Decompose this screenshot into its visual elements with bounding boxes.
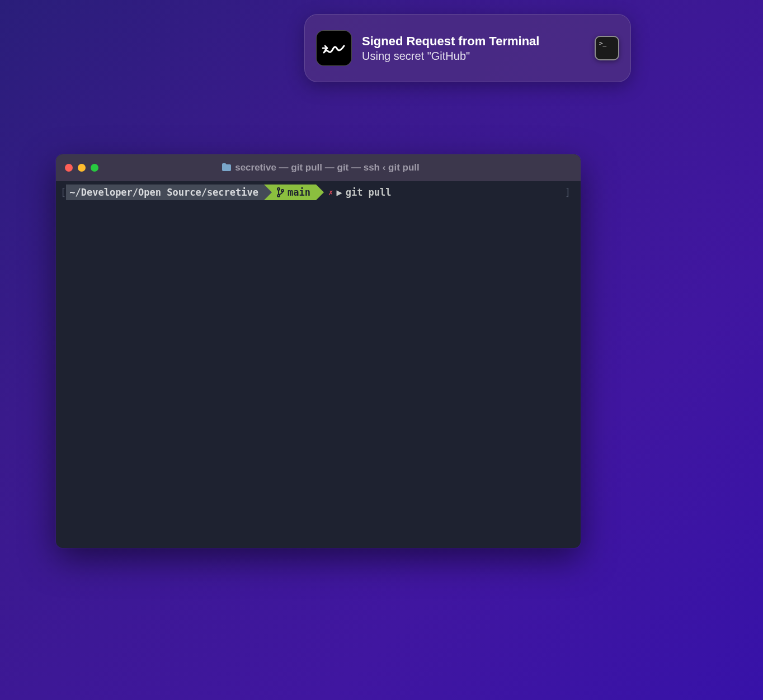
branch-name: main [288, 187, 310, 198]
prompt-path-segment: ~/Developer/Open Source/secretive [66, 185, 264, 200]
prompt-chevron-icon: ▶ [336, 187, 342, 198]
terminal-icon-glyph: >_ [599, 40, 606, 46]
git-branch-icon [276, 187, 284, 197]
secretive-app-icon [316, 30, 352, 66]
svg-point-0 [277, 188, 280, 190]
terminal-window[interactable]: secretive — git pull — git — ssh ‹ git p… [56, 154, 581, 548]
terminal-titlebar[interactable]: secretive — git pull — git — ssh ‹ git p… [56, 154, 581, 181]
window-title: secretive — git pull — git — ssh ‹ git p… [235, 162, 420, 173]
signed-request-notification[interactable]: Signed Request from Terminal Using secre… [304, 14, 631, 82]
svg-point-2 [281, 190, 284, 192]
bracket-right: ] [565, 187, 571, 198]
folder-icon [222, 163, 232, 172]
dirty-indicator-icon: ✗ [328, 188, 333, 197]
notification-subtitle: Using secret "GitHub" [362, 50, 585, 63]
notification-text: Signed Request from Terminal Using secre… [362, 34, 585, 63]
signature-icon [322, 36, 346, 60]
prompt-line: [ ~/Developer/Open Source/secretive main… [60, 185, 576, 200]
terminal-app-icon: >_ [595, 36, 619, 60]
terminal-body[interactable]: [ ~/Developer/Open Source/secretive main… [56, 181, 581, 204]
title-content: secretive — git pull — git — ssh ‹ git p… [69, 162, 572, 173]
bracket-left: [ [60, 187, 66, 198]
notification-title: Signed Request from Terminal [362, 34, 585, 49]
entered-command: git pull [346, 187, 392, 198]
